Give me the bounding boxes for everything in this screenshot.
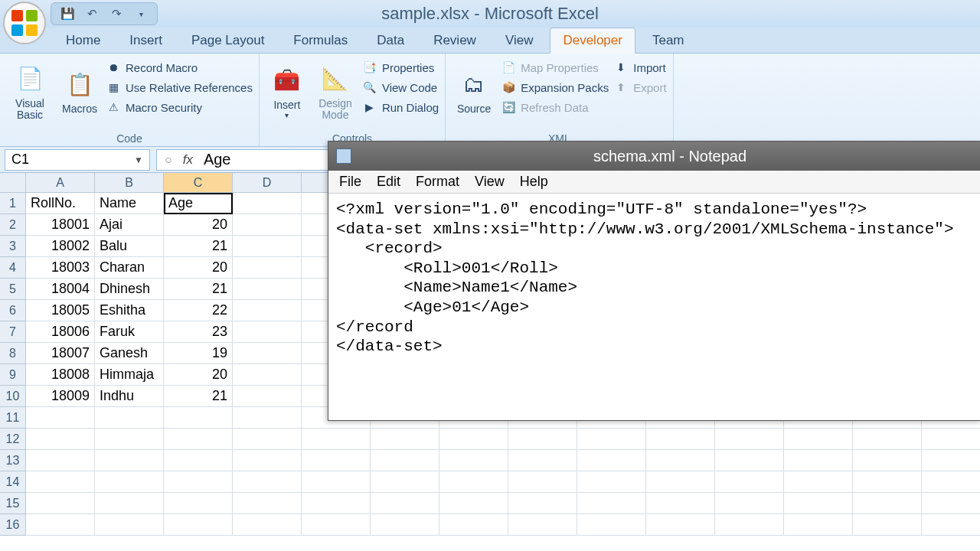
save-icon[interactable]: 💾 [60, 7, 74, 21]
notepad-window[interactable]: schema.xml - Notepad FileEditFormatViewH… [328, 141, 980, 421]
cell[interactable] [95, 429, 164, 450]
fx-icon[interactable]: fx [183, 152, 193, 168]
cell[interactable] [371, 514, 439, 536]
cell[interactable] [439, 450, 508, 471]
cell[interactable]: 18008 [26, 364, 95, 386]
cell[interactable] [371, 471, 439, 493]
cell[interactable]: 18002 [26, 236, 95, 257]
insert-control-button[interactable]: 🧰 Insert ▾ [266, 57, 309, 129]
cell[interactable] [164, 471, 233, 493]
row-header[interactable]: 12 [0, 429, 26, 450]
cell[interactable] [508, 514, 577, 536]
cell[interactable] [853, 450, 922, 471]
select-all-corner[interactable] [0, 173, 26, 193]
cell[interactable] [577, 471, 646, 493]
cell[interactable] [646, 471, 715, 493]
cell[interactable] [233, 321, 302, 343]
cancel-icon[interactable]: ○ [165, 153, 172, 167]
cell[interactable]: 18003 [26, 257, 95, 279]
cell[interactable]: Faruk [95, 321, 164, 343]
cell[interactable]: Ajai [95, 214, 164, 236]
notepad-menu-edit[interactable]: Edit [377, 174, 400, 190]
cell[interactable]: 22 [164, 300, 233, 321]
tab-data[interactable]: Data [364, 28, 416, 53]
notepad-menu-format[interactable]: Format [416, 174, 459, 190]
cell[interactable]: 20 [164, 214, 233, 236]
column-header[interactable]: C [164, 173, 233, 193]
cell[interactable] [577, 493, 646, 514]
cell[interactable] [233, 450, 302, 471]
tab-home[interactable]: Home [54, 28, 113, 53]
cell[interactable] [922, 514, 980, 536]
cell[interactable] [853, 471, 922, 493]
cell[interactable] [784, 493, 853, 514]
tab-team[interactable]: Team [640, 28, 697, 53]
column-header[interactable]: A [26, 173, 95, 193]
cell[interactable] [784, 514, 853, 536]
cell[interactable]: 18009 [26, 386, 95, 407]
cell[interactable]: 19 [164, 343, 233, 364]
cell[interactable] [95, 471, 164, 493]
notepad-menu-help[interactable]: Help [520, 174, 548, 190]
cell[interactable] [26, 493, 95, 514]
cell[interactable]: 23 [164, 321, 233, 343]
cell[interactable]: Himmaja [95, 364, 164, 386]
cell[interactable] [577, 429, 646, 450]
cell[interactable] [26, 429, 95, 450]
cell[interactable] [233, 343, 302, 364]
cell[interactable] [233, 279, 302, 300]
cell[interactable] [715, 493, 784, 514]
cell[interactable] [508, 450, 577, 471]
cell[interactable] [439, 493, 508, 514]
cell[interactable] [164, 514, 233, 536]
cell[interactable] [853, 429, 922, 450]
cell[interactable]: Name [95, 193, 164, 214]
cell[interactable] [26, 407, 95, 429]
cell[interactable] [922, 471, 980, 493]
cell[interactable] [233, 407, 302, 429]
row-header[interactable]: 10 [0, 386, 26, 407]
cell[interactable] [233, 300, 302, 321]
office-button[interactable] [3, 2, 46, 44]
tab-developer[interactable]: Developer [550, 28, 635, 54]
cell[interactable]: 21 [164, 386, 233, 407]
cell[interactable]: Ganesh [95, 343, 164, 364]
cell[interactable]: Charan [95, 257, 164, 279]
cell[interactable] [646, 514, 715, 536]
cell[interactable] [646, 450, 715, 471]
cell[interactable] [371, 450, 439, 471]
cell[interactable]: 18005 [26, 300, 95, 321]
cell[interactable] [164, 429, 233, 450]
cell[interactable] [439, 429, 508, 450]
row-header[interactable]: 6 [0, 300, 26, 321]
cell[interactable]: RollNo. [26, 193, 95, 214]
cell[interactable]: 21 [164, 236, 233, 257]
design-mode-button[interactable]: 📐 Design Mode [313, 57, 358, 129]
cell[interactable] [164, 493, 233, 514]
cell[interactable]: 20 [164, 364, 233, 386]
undo-icon[interactable]: ↶ [85, 7, 99, 21]
use-relative-references-button[interactable]: ▦ Use Relative References [106, 80, 253, 95]
cell[interactable] [95, 493, 164, 514]
cell[interactable]: 18007 [26, 343, 95, 364]
row-header[interactable]: 16 [0, 514, 26, 536]
cell[interactable] [233, 214, 302, 236]
tab-formulas[interactable]: Formulas [281, 28, 360, 53]
tab-insert[interactable]: Insert [117, 28, 175, 53]
cell[interactable] [302, 514, 371, 536]
cell[interactable] [439, 471, 508, 493]
tab-view[interactable]: View [493, 28, 546, 53]
cell[interactable] [164, 450, 233, 471]
cell[interactable] [853, 514, 922, 536]
cell[interactable]: Balu [95, 236, 164, 257]
expansion-packs-button[interactable]: 📦 Expansion Packs [501, 80, 609, 95]
cell[interactable]: Dhinesh [95, 279, 164, 300]
notepad-titlebar[interactable]: schema.xml - Notepad [328, 142, 980, 171]
chevron-down-icon[interactable]: ▼ [134, 155, 143, 165]
cell[interactable] [95, 514, 164, 536]
cell[interactable] [302, 429, 371, 450]
cell[interactable] [302, 471, 371, 493]
row-header[interactable]: 11 [0, 407, 26, 429]
tab-page-layout[interactable]: Page Layout [179, 28, 276, 53]
row-header[interactable]: 13 [0, 450, 26, 471]
